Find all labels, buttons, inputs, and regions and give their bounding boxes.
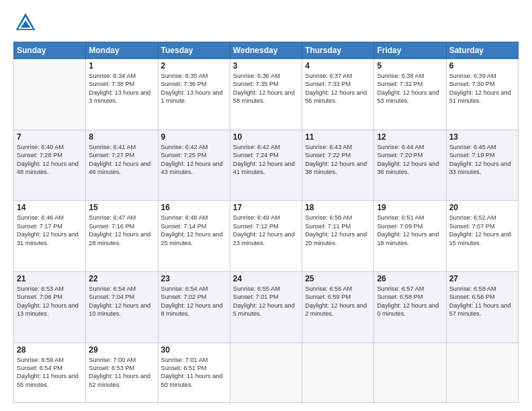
- cell-content: Sunrise: 6:54 AMSunset: 7:04 PMDaylight:…: [89, 285, 154, 318]
- cell-content: Sunrise: 6:55 AMSunset: 7:01 PMDaylight:…: [233, 285, 299, 318]
- cell-content: Sunrise: 6:52 AMSunset: 7:07 PMDaylight:…: [449, 214, 515, 247]
- day-number: 24: [233, 274, 299, 283]
- day-number: 17: [233, 203, 299, 212]
- cell-content: Sunrise: 6:59 AMSunset: 6:54 PMDaylight:…: [17, 356, 83, 390]
- calendar-cell: 3Sunrise: 6:36 AMSunset: 7:35 PMDaylight…: [230, 59, 302, 130]
- cell-content: Sunrise: 6:38 AMSunset: 7:32 PMDaylight:…: [377, 72, 443, 105]
- cell-content: Sunrise: 6:44 AMSunset: 7:20 PMDaylight:…: [377, 143, 443, 177]
- cell-content: Sunrise: 6:56 AMSunset: 6:59 PMDaylight:…: [305, 285, 371, 318]
- day-number: 20: [449, 203, 515, 212]
- cell-content: Sunrise: 6:45 AMSunset: 7:19 PMDaylight:…: [449, 143, 515, 177]
- day-number: 22: [89, 274, 154, 283]
- calendar-cell: 15Sunrise: 6:47 AMSunset: 7:16 PMDayligh…: [86, 201, 158, 272]
- day-number: 26: [377, 274, 443, 283]
- cell-content: Sunrise: 6:40 AMSunset: 7:28 PMDaylight:…: [17, 143, 83, 177]
- calendar-cell: 1Sunrise: 6:34 AMSunset: 7:38 PMDaylight…: [86, 59, 158, 130]
- weekday-header-tuesday: Tuesday: [158, 42, 230, 59]
- cell-content: Sunrise: 6:36 AMSunset: 7:35 PMDaylight:…: [233, 72, 299, 105]
- calendar-cell: 17Sunrise: 6:49 AMSunset: 7:12 PMDayligh…: [230, 201, 302, 272]
- day-number: 5: [377, 61, 443, 71]
- day-number: 18: [305, 203, 371, 212]
- cell-content: Sunrise: 6:39 AMSunset: 7:30 PMDaylight:…: [449, 72, 515, 105]
- weekday-header-saturday: Saturday: [446, 42, 518, 59]
- cell-content: Sunrise: 6:51 AMSunset: 7:09 PMDaylight:…: [377, 214, 443, 247]
- calendar-cell: 14Sunrise: 6:46 AMSunset: 7:17 PMDayligh…: [14, 201, 86, 272]
- calendar-cell: 20Sunrise: 6:52 AMSunset: 7:07 PMDayligh…: [446, 201, 518, 272]
- day-number: 27: [449, 274, 515, 283]
- calendar-cell: [14, 59, 86, 130]
- cell-content: Sunrise: 6:47 AMSunset: 7:16 PMDaylight:…: [89, 214, 154, 247]
- cell-content: Sunrise: 6:43 AMSunset: 7:22 PMDaylight:…: [305, 143, 371, 177]
- weekday-header-sunday: Sunday: [14, 42, 86, 59]
- calendar-week-4: 21Sunrise: 6:53 AMSunset: 7:06 PMDayligh…: [14, 271, 519, 342]
- calendar-cell: 24Sunrise: 6:55 AMSunset: 7:01 PMDayligh…: [230, 271, 302, 342]
- calendar-cell: 9Sunrise: 6:42 AMSunset: 7:25 PMDaylight…: [158, 130, 230, 201]
- calendar-cell: 19Sunrise: 6:51 AMSunset: 7:09 PMDayligh…: [374, 201, 446, 272]
- logo-icon: [13, 11, 38, 35]
- cell-content: Sunrise: 6:49 AMSunset: 7:12 PMDaylight:…: [233, 214, 299, 247]
- calendar-cell: 29Sunrise: 7:00 AMSunset: 6:53 PMDayligh…: [86, 342, 158, 402]
- day-number: 8: [89, 132, 154, 142]
- calendar-cell: [302, 342, 374, 402]
- day-number: 2: [161, 61, 227, 71]
- day-number: 14: [17, 203, 83, 212]
- calendar-cell: 16Sunrise: 6:48 AMSunset: 7:14 PMDayligh…: [158, 201, 230, 272]
- day-number: 12: [377, 132, 443, 142]
- day-number: 6: [449, 61, 515, 71]
- calendar-cell: [230, 342, 302, 402]
- header-row: SundayMondayTuesdayWednesdayThursdayFrid…: [14, 42, 519, 59]
- page: SundayMondayTuesdayWednesdayThursdayFrid…: [0, 0, 532, 411]
- calendar-cell: 27Sunrise: 6:58 AMSunset: 6:56 PMDayligh…: [446, 271, 518, 342]
- cell-content: Sunrise: 6:35 AMSunset: 7:36 PMDaylight:…: [161, 72, 227, 105]
- header: [13, 11, 519, 35]
- logo: [13, 11, 40, 35]
- calendar-week-1: 1Sunrise: 6:34 AMSunset: 7:38 PMDaylight…: [14, 59, 519, 130]
- cell-content: Sunrise: 7:00 AMSunset: 6:53 PMDaylight:…: [89, 356, 154, 390]
- calendar-cell: 6Sunrise: 6:39 AMSunset: 7:30 PMDaylight…: [446, 59, 518, 130]
- day-number: 9: [161, 132, 227, 142]
- calendar-table: SundayMondayTuesdayWednesdayThursdayFrid…: [13, 42, 519, 403]
- calendar-cell: [374, 342, 446, 402]
- calendar-cell: 12Sunrise: 6:44 AMSunset: 7:20 PMDayligh…: [374, 130, 446, 201]
- day-number: 10: [233, 132, 299, 142]
- day-number: 23: [161, 274, 227, 283]
- cell-content: Sunrise: 6:54 AMSunset: 7:02 PMDaylight:…: [161, 285, 227, 318]
- day-number: 19: [377, 203, 443, 212]
- cell-content: Sunrise: 6:34 AMSunset: 7:38 PMDaylight:…: [89, 72, 154, 105]
- weekday-header-monday: Monday: [86, 42, 158, 59]
- calendar-week-5: 28Sunrise: 6:59 AMSunset: 6:54 PMDayligh…: [14, 342, 519, 402]
- calendar-cell: 26Sunrise: 6:57 AMSunset: 6:58 PMDayligh…: [374, 271, 446, 342]
- day-number: 16: [161, 203, 227, 212]
- calendar-week-2: 7Sunrise: 6:40 AMSunset: 7:28 PMDaylight…: [14, 130, 519, 201]
- cell-content: Sunrise: 6:48 AMSunset: 7:14 PMDaylight:…: [161, 214, 227, 247]
- calendar-cell: 18Sunrise: 6:50 AMSunset: 7:11 PMDayligh…: [302, 201, 374, 272]
- day-number: 30: [161, 345, 227, 355]
- calendar-week-3: 14Sunrise: 6:46 AMSunset: 7:17 PMDayligh…: [14, 201, 519, 272]
- calendar-cell: [446, 342, 518, 402]
- day-number: 4: [305, 61, 371, 71]
- day-number: 25: [305, 274, 371, 283]
- cell-content: Sunrise: 6:50 AMSunset: 7:11 PMDaylight:…: [305, 214, 371, 247]
- day-number: 1: [89, 61, 154, 71]
- cell-content: Sunrise: 6:42 AMSunset: 7:25 PMDaylight:…: [161, 143, 227, 177]
- calendar-cell: 4Sunrise: 6:37 AMSunset: 7:33 PMDaylight…: [302, 59, 374, 130]
- day-number: 7: [17, 132, 83, 142]
- cell-content: Sunrise: 6:53 AMSunset: 7:06 PMDaylight:…: [17, 285, 83, 318]
- weekday-header-wednesday: Wednesday: [230, 42, 302, 59]
- cell-content: Sunrise: 6:42 AMSunset: 7:24 PMDaylight:…: [233, 143, 299, 177]
- calendar-cell: 22Sunrise: 6:54 AMSunset: 7:04 PMDayligh…: [86, 271, 158, 342]
- cell-content: Sunrise: 6:58 AMSunset: 6:56 PMDaylight:…: [449, 285, 515, 318]
- calendar-cell: 21Sunrise: 6:53 AMSunset: 7:06 PMDayligh…: [14, 271, 86, 342]
- calendar-cell: 2Sunrise: 6:35 AMSunset: 7:36 PMDaylight…: [158, 59, 230, 130]
- day-number: 15: [89, 203, 154, 212]
- calendar-cell: 11Sunrise: 6:43 AMSunset: 7:22 PMDayligh…: [302, 130, 374, 201]
- weekday-header-thursday: Thursday: [302, 42, 374, 59]
- day-number: 13: [449, 132, 515, 142]
- calendar-cell: 30Sunrise: 7:01 AMSunset: 6:51 PMDayligh…: [158, 342, 230, 402]
- calendar-cell: 13Sunrise: 6:45 AMSunset: 7:19 PMDayligh…: [446, 130, 518, 201]
- calendar-cell: 28Sunrise: 6:59 AMSunset: 6:54 PMDayligh…: [14, 342, 86, 402]
- cell-content: Sunrise: 6:57 AMSunset: 6:58 PMDaylight:…: [377, 285, 443, 318]
- weekday-header-friday: Friday: [374, 42, 446, 59]
- cell-content: Sunrise: 6:41 AMSunset: 7:27 PMDaylight:…: [89, 143, 154, 177]
- day-number: 29: [89, 345, 154, 355]
